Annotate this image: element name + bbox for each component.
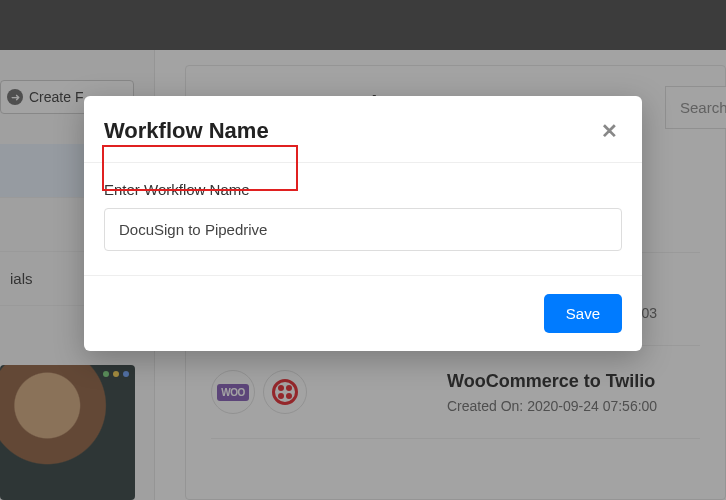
workflow-name-label: Enter Workflow Name <box>104 181 622 198</box>
modal-title: Workflow Name <box>104 118 269 144</box>
close-button[interactable]: ✕ <box>601 119 618 143</box>
workflow-name-modal: Workflow Name ✕ Enter Workflow Name Save <box>84 96 642 351</box>
save-button[interactable]: Save <box>544 294 622 333</box>
close-icon: ✕ <box>601 120 618 142</box>
modal-overlay[interactable]: Workflow Name ✕ Enter Workflow Name Save <box>0 0 726 500</box>
workflow-name-input[interactable] <box>104 208 622 251</box>
